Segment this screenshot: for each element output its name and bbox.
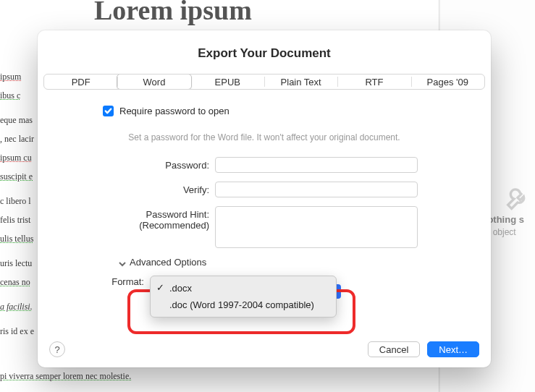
password-label: Password: (59, 157, 215, 171)
export-dialog: Export Your Document PDFWordEPUBPlain Te… (38, 30, 491, 367)
cancel-button[interactable]: Cancel (368, 341, 420, 357)
format-dropdown-menu: .docx.doc (Word 1997-2004 compatible) (150, 276, 337, 318)
verify-field[interactable] (215, 182, 418, 197)
doc-text-fragment: ibus c (0, 88, 43, 103)
tab-pdf[interactable]: PDF (44, 74, 117, 89)
doc-text-fragment: cenas no (0, 275, 43, 289)
password-field[interactable] (215, 157, 418, 173)
password-hint-text: Set a password for the Word file. It won… (59, 132, 469, 142)
format-label: Format: (59, 276, 150, 287)
doc-text-fragment: , nec lacir (0, 132, 43, 146)
wrench-icon (503, 184, 532, 213)
dialog-title: Export Your Document (38, 30, 491, 74)
verify-label: Verify: (59, 182, 215, 195)
tab-plain-text[interactable]: Plain Text (264, 74, 337, 89)
next-button[interactable]: Next… (427, 341, 479, 357)
doc-title: Lorem ipsum (94, 0, 252, 26)
doc-text-fragment: ipsum cu (0, 150, 43, 165)
require-password-label: Require password to open (119, 106, 229, 116)
chevron-down-icon (119, 259, 126, 266)
tab-rtf[interactable]: RTF (337, 74, 410, 89)
require-password-checkbox[interactable] (103, 106, 114, 116)
hint-label: Password Hint: (Recommended) (59, 206, 215, 231)
advanced-options-toggle[interactable]: Advanced Options (119, 257, 469, 268)
format-option[interactable]: .docx (151, 280, 336, 297)
doc-text-fragment: suscipit e (0, 169, 43, 184)
doc-text-fragment: a facilisi. (0, 299, 43, 314)
tab-pages-09[interactable]: Pages '09 (411, 74, 484, 89)
doc-bottom-line: pi viverra semper lorem nec molestie. (0, 371, 131, 382)
format-option[interactable]: .doc (Word 1997-2004 compatible) (151, 297, 336, 313)
doc-text-fragment: ipsum (0, 69, 43, 84)
doc-text-fragment: ulis tellus (0, 231, 43, 246)
doc-text-fragment: felis trist (0, 213, 43, 227)
doc-text-fragment: c libero l (0, 194, 43, 208)
doc-text-fragment: ris id ex e (0, 324, 43, 338)
doc-text-fragment: eque mas (0, 113, 43, 127)
help-button[interactable]: ? (49, 341, 65, 357)
dropdown-arrow-icon (337, 284, 341, 299)
tab-epub[interactable]: EPUB (191, 74, 264, 89)
tab-word[interactable]: Word (117, 74, 191, 90)
format-tabs: PDFWordEPUBPlain TextRTFPages '09 (43, 74, 485, 90)
advanced-options-label: Advanced Options (130, 257, 206, 268)
doc-text-fragment: uris lectu (0, 256, 43, 270)
hint-field[interactable] (215, 206, 418, 248)
